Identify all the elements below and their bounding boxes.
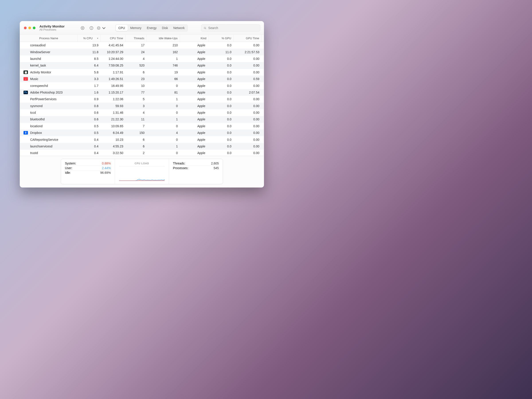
chevron-down-icon [102, 26, 106, 30]
process-name-cell: launchservicesd [20, 145, 78, 148]
cell: 3:22.50 [101, 151, 126, 155]
ellipsis-circle-icon [97, 26, 101, 30]
process-name-cell: ♪Music [20, 77, 78, 81]
summary-item: System:0.88% [65, 161, 111, 166]
fullscreen-window-button[interactable] [33, 27, 35, 29]
cell: 0.00 [234, 145, 262, 148]
table-row[interactable]: bluetoothd0.621:22.30111Apple0.00.00 [20, 116, 264, 123]
cell: 5 [126, 97, 147, 101]
process-count-summary: Threads:2,605Processes:545 [169, 159, 223, 184]
table-row[interactable]: CAReportingService0.410.2360Apple0.00.00 [20, 136, 264, 143]
search-input[interactable] [208, 26, 258, 30]
cell: 0.8 [78, 104, 101, 108]
cell: 0.0 [209, 70, 234, 74]
table-row[interactable]: WindowServer11.810:20:37.2924162Apple11.… [20, 49, 264, 55]
cell: 0.0 [209, 131, 234, 134]
column-header[interactable]: GPU Time [234, 35, 262, 42]
process-name-cell: WindowServer [20, 50, 78, 54]
cell: 21:22.30 [101, 117, 126, 121]
table-row[interactable]: sysmond0.859.9330Apple0.00.00 [20, 103, 264, 109]
sort-descending-icon: ▾ [97, 37, 98, 39]
tab-cpu[interactable]: CPU [116, 25, 128, 31]
process-name-cell: locationd [20, 124, 78, 128]
info-button[interactable] [88, 25, 95, 31]
cell: 0.0 [209, 44, 234, 47]
stop-icon [81, 26, 85, 30]
table-row[interactable]: trustd0.43:22.5020Apple0.00.00 [20, 150, 264, 156]
cell: Apple [180, 151, 209, 155]
cell: 81 [147, 91, 180, 94]
table-row[interactable]: corespeechd1.716:49.95100Apple0.00.00 [20, 82, 264, 89]
ps-app-icon: Ps [24, 91, 28, 94]
cell: 2:21:57.53 [234, 50, 262, 54]
tab-disk[interactable]: Disk [159, 25, 171, 31]
cell: Apple [180, 64, 209, 67]
column-header[interactable]: Process Name [20, 35, 78, 42]
column-header[interactable]: % GPU [209, 35, 234, 42]
table-row[interactable]: PerfPowerServices0.91:22.0651Apple0.00.0… [20, 96, 264, 102]
table-row[interactable]: tccd0.61:31.4640Apple0.00.00 [20, 109, 264, 116]
cell: 10:09.65 [101, 124, 126, 128]
tab-memory[interactable]: Memory [128, 25, 144, 31]
search-field[interactable] [201, 24, 260, 32]
close-window-button[interactable] [24, 27, 27, 29]
cell: 0.0 [209, 84, 234, 88]
cell: 13.9 [78, 44, 101, 47]
cell: Apple [180, 57, 209, 61]
tab-energy[interactable]: Energy [144, 25, 159, 31]
db-app-icon: ⇪ [24, 131, 28, 134]
table-row[interactable]: coreaudiod13.94:41:45.6417210Apple0.00.0… [20, 42, 264, 49]
column-header[interactable]: CPU Time [101, 35, 126, 42]
tab-network[interactable]: Network [171, 25, 187, 31]
table-row[interactable]: PsAdobe Photoshop 20231.61:15:20.177781A… [20, 89, 264, 96]
summary-label: User: [65, 166, 72, 170]
cell: Apple [180, 138, 209, 141]
cell: 0.0 [209, 77, 234, 81]
cell: 4 [126, 111, 147, 114]
cell: 0.4 [78, 151, 101, 155]
cell: 0.00 [234, 57, 262, 61]
cell: 0.0 [209, 104, 234, 108]
cell: 0 [147, 104, 180, 108]
chart-title: CPU LOAD [119, 161, 165, 167]
cell: Apple [180, 117, 209, 121]
column-header[interactable]: % CPU▾ [78, 35, 101, 42]
cell: 6 [126, 70, 147, 74]
process-name-cell: sysmond [20, 104, 78, 108]
table-row[interactable]: launchd8.51:24:44.0041Apple0.00.00 [20, 55, 264, 62]
column-header[interactable]: Idle Wake-Ups [147, 35, 180, 42]
cell: 3 [126, 104, 147, 108]
table-row[interactable]: ♪Music3.31:49:26.512366Apple0.00.59 [20, 76, 264, 82]
cell: 10:20:37.29 [101, 50, 126, 54]
column-header[interactable]: Kind [180, 35, 209, 42]
cell: Apple [180, 44, 209, 47]
cell: 1:17.91 [101, 70, 126, 74]
cell: Apple [180, 77, 209, 81]
cell: 162 [147, 50, 180, 54]
table-row[interactable]: ⇪Dropbox0.56:24.491504Apple0.00.00 [20, 129, 264, 136]
cell: 0.00 [234, 131, 262, 134]
cell: 0 [147, 151, 180, 155]
column-header[interactable]: Threads [126, 35, 147, 42]
cell: 0 [147, 138, 180, 141]
cell: 0.00 [234, 117, 262, 121]
cell: 0.00 [234, 138, 262, 141]
cell: 746 [147, 64, 180, 67]
cell: 1 [147, 117, 180, 121]
process-table[interactable]: coreaudiod13.94:41:45.6417210Apple0.00.0… [20, 42, 264, 156]
minimize-window-button[interactable] [28, 27, 31, 29]
summary-value: 2,605 [211, 162, 219, 165]
summary-footer: System:0.88%User:2.44%Idle:96.69% CPU LO… [20, 156, 264, 187]
stop-process-button[interactable] [79, 25, 86, 31]
cell: Apple [180, 104, 209, 108]
cell: 4:41:45.64 [101, 44, 126, 47]
table-row[interactable]: locationd0.510:09.6570Apple0.00.00 [20, 123, 264, 129]
cell: Apple [180, 124, 209, 128]
process-name-cell: ⇪Dropbox [20, 131, 78, 134]
table-row[interactable]: kernel_task6.47:59:08.25520746Apple0.00.… [20, 62, 264, 69]
cell: 0.5 [78, 124, 101, 128]
summary-value: 0.88% [102, 162, 111, 165]
table-row[interactable]: launchservicesd0.44:55.2361Apple0.00.00 [20, 143, 264, 150]
table-row[interactable]: ▦Activity Monitor5.81:17.91619Apple0.00.… [20, 69, 264, 76]
more-options-button[interactable] [97, 25, 106, 31]
